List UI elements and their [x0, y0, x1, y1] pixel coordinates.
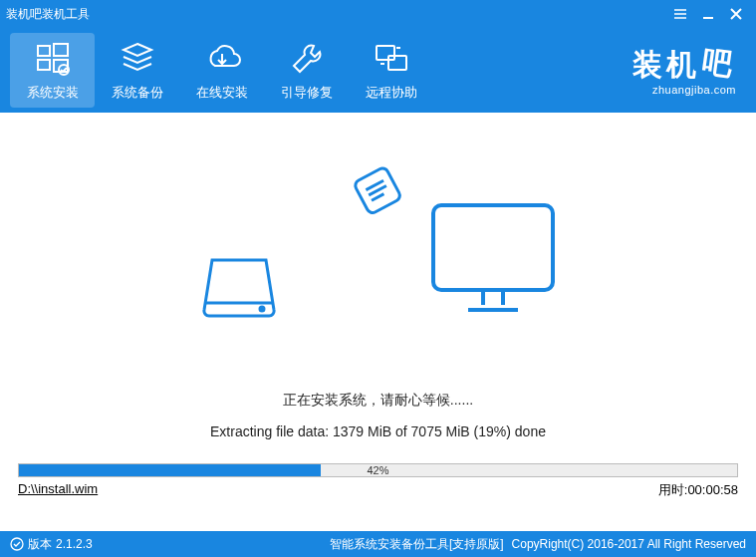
svg-rect-5: [377, 46, 394, 60]
progress-container: 42%: [18, 463, 738, 477]
nav-boot-repair[interactable]: 引导修复: [264, 33, 349, 108]
svg-rect-2: [38, 60, 50, 70]
app-window: 装机吧装机工具 系统安装: [0, 0, 756, 557]
title-bar: 装机吧装机工具: [0, 0, 756, 28]
file-path-link[interactable]: D:\\install.wim: [18, 481, 98, 499]
monitor-icon: [423, 190, 563, 334]
nav-remote-assist[interactable]: 远程协助: [349, 33, 433, 108]
elapsed-value: 00:00:58: [687, 482, 738, 497]
wrench-icon: [288, 40, 326, 78]
nav-system-install[interactable]: 系统安装: [10, 33, 95, 108]
svg-point-8: [260, 307, 264, 311]
install-graphic: [0, 162, 756, 362]
brand-logo: 装机吧 zhuangjiba.com: [632, 45, 746, 96]
menu-button[interactable]: [666, 4, 694, 24]
elapsed-time: 用时:00:00:58: [658, 481, 738, 499]
version-number: 2.1.2.3: [56, 537, 93, 551]
brand-ba: 吧: [700, 41, 739, 86]
status-bar: 版本 2.1.2.3 智能系统安装备份工具[支持原版] CopyRight(C)…: [0, 531, 756, 557]
nav-label: 远程协助: [366, 84, 417, 102]
windows-install-icon: [34, 40, 72, 78]
status-installing: 正在安装系统，请耐心等候......: [0, 392, 756, 410]
progress-percent: 42%: [367, 464, 388, 476]
close-button[interactable]: [722, 4, 750, 24]
svg-rect-6: [388, 56, 406, 70]
svg-rect-9: [433, 205, 553, 290]
minimize-button[interactable]: [694, 4, 722, 24]
status-extracting: Extracting file data: 1379 MiB of 7075 M…: [0, 423, 756, 439]
svg-rect-0: [38, 46, 50, 56]
progress-fill: [19, 464, 321, 476]
footer-copyright: CopyRight(C) 2016-2017 All Right Reserve…: [512, 537, 746, 551]
check-circle-icon: [10, 537, 24, 551]
remote-icon: [373, 40, 410, 78]
window-title: 装机吧装机工具: [6, 6, 666, 23]
cloud-download-icon: [203, 40, 241, 78]
nav-system-backup[interactable]: 系统备份: [95, 33, 179, 108]
svg-rect-1: [54, 44, 68, 56]
disk-icon: [194, 245, 284, 339]
svg-point-10: [11, 538, 23, 550]
nav-label: 系统备份: [112, 84, 163, 102]
progress-info: D:\\install.wim 用时:00:00:58: [18, 481, 738, 499]
version-info: 版本 2.1.2.3: [10, 536, 93, 553]
nav-label: 在线安装: [196, 84, 248, 102]
layers-icon: [119, 40, 156, 78]
elapsed-label: 用时:: [658, 482, 688, 497]
nav-online-install[interactable]: 在线安装: [179, 33, 264, 108]
brand-text: 装机: [632, 45, 700, 86]
nav-label: 引导修复: [281, 84, 333, 102]
content-area: 正在安装系统，请耐心等候...... Extracting file data:…: [0, 113, 756, 531]
tag-icon: [340, 152, 417, 231]
nav-label: 系统安装: [27, 84, 79, 102]
brand-url: zhuangjiba.com: [652, 84, 736, 96]
version-label: 版本: [28, 536, 52, 553]
progress-bar: 42%: [18, 463, 738, 477]
footer-desc: 智能系统安装备份工具[支持原版]: [330, 536, 504, 553]
nav-bar: 系统安装 系统备份 在线安装: [0, 28, 756, 113]
